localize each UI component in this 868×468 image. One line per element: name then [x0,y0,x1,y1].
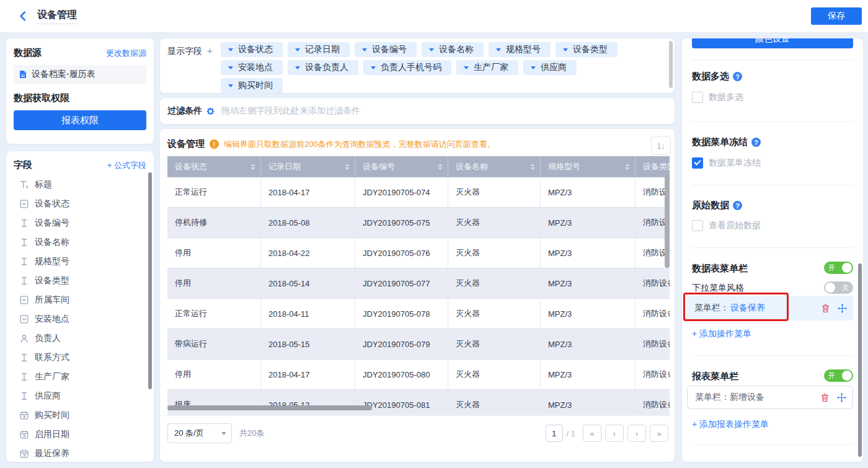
color-settings-button[interactable]: 颜色设置 [692,38,853,48]
menu-item-value[interactable]: 新增设备 [730,392,764,403]
menu-freeze-checkbox-row[interactable]: 数据菜单冻结 [692,157,853,169]
raw-data-checkbox[interactable] [692,220,703,231]
sort-arrows-icon[interactable] [345,164,350,170]
field-item[interactable]: 设备编号 [6,213,154,232]
multi-select-checkbox-label: 数据多选 [709,92,743,103]
display-field-chip[interactable]: 设备状态 [221,42,283,57]
display-field-chip[interactable]: 设备类型 [556,42,618,57]
field-item[interactable]: 负责人 [6,329,154,348]
settings-scrollbar[interactable] [858,263,862,457]
page-title[interactable]: 设备管理 [37,9,77,24]
sort-arrows-icon[interactable] [250,164,255,170]
table-vertical-scrollbar[interactable] [665,175,670,268]
next-page-button[interactable]: › [627,425,646,442]
field-item[interactable]: 设备名称 [6,232,154,252]
table-menu-item-row[interactable]: 菜单栏： 设备保养 [687,296,853,320]
page-size-select[interactable]: 20 条/页 [167,423,232,443]
add-report-action-menu-link[interactable]: + 添加报表操作菜单 [692,419,853,430]
table-cell: 2018-04-17 [261,360,355,390]
field-item[interactable]: 联系方式 [6,348,154,367]
delete-icon[interactable] [820,393,830,402]
datasource-name: 设备档案-履历表 [32,69,95,80]
sort-arrows-icon[interactable] [530,164,535,170]
display-field-chip[interactable]: 设备编号 [355,42,417,57]
dropdown-style-toggle[interactable]: 关 [824,281,853,294]
column-header[interactable]: 记录日期 [261,156,355,177]
multi-select-checkbox[interactable] [692,92,703,103]
raw-data-checkbox-row[interactable]: 查看原始数据 [692,220,853,231]
report-permission-button[interactable]: 报表权限 [14,110,146,130]
display-fields-scrollbar[interactable] [669,41,673,88]
fields-scrollbar[interactable] [148,172,152,389]
field-item[interactable]: 安装地点 [6,309,154,329]
multi-select-checkbox-row[interactable]: 数据多选 [692,92,853,103]
move-icon[interactable] [837,393,846,402]
field-item[interactable]: 设备类型 [6,271,154,290]
table-row[interactable]: 带病运行2018-05-15JDY20190705-079灭火器MPZ/3消防设… [167,329,670,360]
save-button[interactable]: 保存 [811,7,862,25]
page-size-value: 20 条/页 [174,428,204,439]
table-row[interactable]: 停机待修2018-05-08JDY20190705-075灭火器MPZ/3消防设… [167,208,670,238]
table-row[interactable]: 正常运行2018-04-11JDY20190705-078灭火器MPZ/3消防设… [167,299,670,329]
display-field-chip[interactable]: 规格型号 [489,42,551,57]
add-formula-field-link[interactable]: + 公式字段 [107,160,146,171]
first-page-button[interactable]: « [583,425,601,442]
field-item[interactable]: 最近保养 [6,444,154,462]
column-header[interactable]: 设备编号 [355,156,448,177]
field-item[interactable]: 启用日期 [6,425,154,444]
display-field-chip[interactable]: 供应商 [523,60,577,75]
field-item[interactable]: 规格型号 [6,252,154,271]
field-item[interactable]: 标题 [6,175,154,194]
add-display-field-button[interactable]: + [207,45,213,56]
page-number-input[interactable]: 1 [546,425,563,442]
table-cell: 消防设备 [636,390,670,415]
help-icon[interactable]: ? [733,72,742,81]
column-header[interactable]: 设备状态 [167,156,261,177]
prev-page-button[interactable]: ‹ [605,425,624,442]
back-button[interactable] [17,11,29,22]
add-action-menu-link[interactable]: + 添加操作菜单 [692,329,853,340]
display-field-chip[interactable]: 记录日期 [288,42,350,57]
table-cell: 停用 [167,238,261,268]
field-item[interactable]: 购买时间 [6,405,154,425]
table-row[interactable]: 停用2018-04-17JDY20190705-080灭火器MPZ/3消防设备 [167,360,670,390]
table-menu-toggle[interactable]: 开 [824,262,853,274]
report-menu-toggle[interactable]: 开 [824,369,853,382]
help-icon[interactable]: ? [751,138,761,147]
help-icon[interactable]: ? [733,201,742,210]
report-menu-item-row[interactable]: 菜单栏： 新增设备 [687,386,853,409]
display-field-chip[interactable]: 安装地点 [221,60,283,75]
field-item[interactable]: 所属车间 [6,290,154,309]
display-field-chip[interactable]: 设备名称 [422,42,484,57]
chip-label: 规格型号 [506,44,541,55]
move-icon[interactable] [838,304,847,313]
column-header[interactable]: 设备名称 [448,156,541,177]
table-row[interactable]: 报废2018-05-12JDY20190705-081灭火器MPZ/3消防设备 [167,390,670,415]
table-row[interactable]: 停用2018-05-14JDY20190705-077灭火器MPZ/3消防设备 [167,268,670,299]
datasource-item[interactable]: 设备档案-履历表 [14,65,146,84]
menu-item-value[interactable]: 设备保养 [730,302,765,314]
date-icon [20,430,29,439]
field-item[interactable]: 生产厂家 [6,367,154,386]
delete-icon[interactable] [821,304,830,313]
column-header[interactable]: 规格型号 [541,156,636,177]
sort-settings-button[interactable]: 1↓ [651,136,671,155]
gear-icon[interactable] [206,107,215,116]
menu-freeze-checkbox[interactable] [692,157,703,169]
table-horizontal-scrollbar[interactable] [167,405,372,410]
sort-arrows-icon[interactable] [625,164,630,170]
change-datasource-link[interactable]: 更改数据源 [106,48,146,59]
display-field-chip[interactable]: 生产厂家 [456,60,518,75]
table-cell: 灭火器 [448,238,541,268]
field-item[interactable]: 供应商 [6,386,154,405]
chip-label: 供应商 [541,62,567,73]
last-page-button[interactable]: » [650,425,668,442]
column-header[interactable]: 设备类型 [636,156,670,177]
table-row[interactable]: 停用2018-04-22JDY20190705-076灭火器MPZ/3消防设备 [167,238,670,268]
display-field-chip[interactable]: 设备负责人 [288,60,358,75]
sort-arrows-icon[interactable] [438,164,443,170]
field-item[interactable]: 设备状态 [6,194,154,213]
table-row[interactable]: 正常运行2018-04-17JDY20190705-074灭火器MPZ/3消防设… [167,177,670,208]
display-field-chip[interactable]: 购买时间 [221,78,283,93]
display-field-chip[interactable]: 负责人手机号码 [363,60,451,75]
